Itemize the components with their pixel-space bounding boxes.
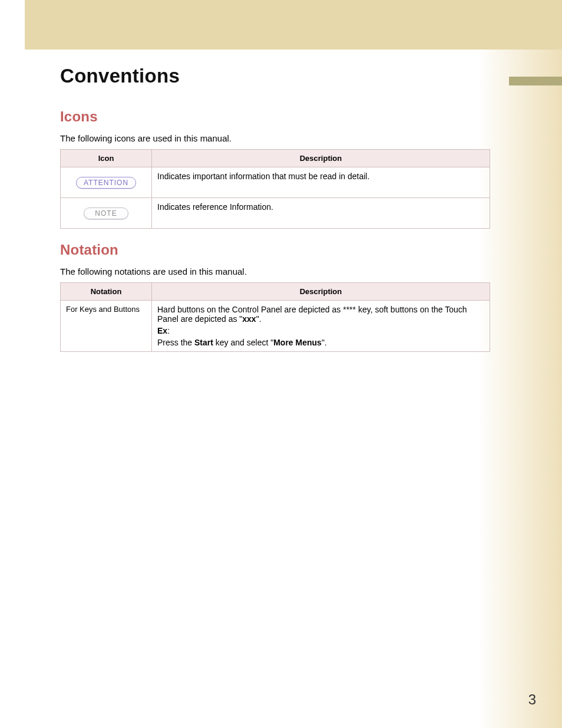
icon-cell-note: NOTE [61,198,152,229]
icons-intro-text: The following icons are used in this man… [60,133,490,143]
notation-label-cell: For Keys and Buttons [61,301,152,352]
icons-th-description: Description [152,150,490,167]
notation-desc-cell: Hard buttons on the Control Panel are de… [152,301,490,352]
icon-desc-attention: Indicates important information that mus… [152,167,490,198]
content-area: Conventions Icons The following icons ar… [60,65,490,352]
header-band-notch [0,0,25,50]
section-heading-icons: Icons [60,108,490,125]
desc-text: Hard buttons on the Control Panel are de… [157,305,467,324]
side-tab-marker [509,77,562,85]
note-icon: NOTE [84,207,128,219]
notation-desc-line1: Hard buttons on the Control Panel are de… [157,305,484,324]
desc-bold-xxx: xxx [242,314,256,324]
desc-text: ". [256,314,262,324]
table-header-row: Notation Description [61,283,490,301]
notation-ex-label-line: Ex: [157,326,484,335]
ex-bold-start: Start [194,338,213,347]
attention-icon: ATTENTION [76,177,136,189]
document-page: Conventions Icons The following icons ar… [0,0,562,728]
ex-text: ". [322,338,327,347]
icon-cell-attention: ATTENTION [61,167,152,198]
notation-intro-text: The following notations are used in this… [60,266,490,276]
table-header-row: Icon Description [61,150,490,167]
table-row: For Keys and Buttons Hard buttons on the… [61,301,490,352]
page-number: 3 [528,691,536,708]
header-band [0,0,562,50]
notation-table: Notation Description For Keys and Button… [60,282,490,352]
table-row: NOTE Indicates reference Information. [61,198,490,229]
notation-th-notation: Notation [61,283,152,301]
notation-th-description: Description [152,283,490,301]
icons-table: Icon Description ATTENTION Indicates imp… [60,149,490,229]
ex-colon: : [167,326,170,335]
ex-label: Ex [157,326,167,335]
ex-text: key and select " [213,338,273,347]
icon-desc-note: Indicates reference Information. [152,198,490,229]
notation-ex-line: Press the Start key and select "More Men… [157,338,484,347]
ex-text: Press the [157,338,194,347]
icons-th-icon: Icon [61,150,152,167]
ex-bold-more-menus: More Menus [273,338,322,347]
page-title: Conventions [60,65,490,87]
table-row: ATTENTION Indicates important informatio… [61,167,490,198]
section-heading-notation: Notation [60,242,490,258]
